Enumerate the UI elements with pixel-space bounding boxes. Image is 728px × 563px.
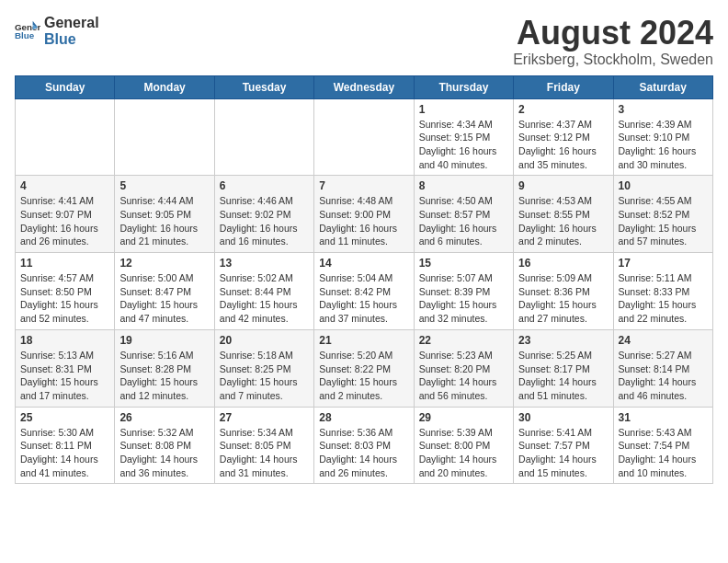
page-header: General Blue General Blue August 2024 Er…	[15, 15, 713, 68]
day-number: 30	[518, 411, 608, 424]
logo-blue-text: Blue	[44, 31, 99, 48]
day-info: Sunrise: 5:11 AM Sunset: 8:33 PM Dayligh…	[619, 271, 708, 326]
day-number: 19	[119, 334, 209, 347]
logo: General Blue General Blue	[15, 15, 99, 47]
calendar-cell: 8Sunrise: 4:50 AM Sunset: 8:57 PM Daylig…	[414, 176, 513, 253]
calendar-cell	[115, 98, 214, 176]
day-number: 31	[619, 411, 708, 424]
day-number: 11	[20, 257, 109, 270]
calendar-cell: 15Sunrise: 5:07 AM Sunset: 8:39 PM Dayli…	[414, 253, 513, 330]
day-number: 3	[619, 103, 708, 116]
calendar-cell: 29Sunrise: 5:39 AM Sunset: 8:00 PM Dayli…	[414, 407, 513, 484]
month-title: August 2024	[513, 15, 713, 52]
day-number: 15	[419, 257, 508, 270]
day-number: 20	[220, 334, 309, 347]
day-info: Sunrise: 5:20 AM Sunset: 8:22 PM Dayligh…	[319, 349, 408, 403]
calendar-cell: 16Sunrise: 5:09 AM Sunset: 8:36 PM Dayli…	[514, 253, 613, 330]
calendar-table: Sunday Monday Tuesday Wednesday Thursday…	[15, 75, 713, 485]
day-number: 2	[518, 103, 608, 116]
day-info: Sunrise: 4:39 AM Sunset: 9:10 PM Dayligh…	[619, 118, 708, 172]
day-number: 1	[419, 103, 508, 116]
day-number: 22	[419, 334, 508, 347]
day-info: Sunrise: 5:09 AM Sunset: 8:36 PM Dayligh…	[518, 271, 608, 326]
col-monday: Monday	[115, 75, 214, 98]
day-info: Sunrise: 5:36 AM Sunset: 8:03 PM Dayligh…	[319, 426, 408, 480]
week-row-4: 18Sunrise: 5:13 AM Sunset: 8:31 PM Dayli…	[16, 329, 713, 407]
day-number: 24	[619, 334, 708, 347]
day-info: Sunrise: 4:48 AM Sunset: 9:00 PM Dayligh…	[319, 194, 408, 248]
day-number: 25	[20, 411, 109, 424]
day-info: Sunrise: 4:46 AM Sunset: 9:02 PM Dayligh…	[220, 194, 309, 248]
day-info: Sunrise: 4:41 AM Sunset: 9:07 PM Dayligh…	[20, 194, 109, 248]
calendar-cell	[16, 98, 115, 176]
day-info: Sunrise: 5:43 AM Sunset: 7:54 PM Dayligh…	[619, 426, 708, 480]
day-number: 13	[220, 257, 309, 270]
calendar-cell: 4Sunrise: 4:41 AM Sunset: 9:07 PM Daylig…	[16, 176, 115, 253]
calendar-cell: 23Sunrise: 5:25 AM Sunset: 8:17 PM Dayli…	[514, 329, 613, 407]
col-sunday: Sunday	[16, 75, 115, 98]
day-number: 18	[20, 334, 109, 347]
week-row-3: 11Sunrise: 4:57 AM Sunset: 8:50 PM Dayli…	[16, 253, 713, 330]
day-number: 5	[119, 179, 209, 192]
calendar-cell: 14Sunrise: 5:04 AM Sunset: 8:42 PM Dayli…	[314, 253, 414, 330]
day-number: 9	[518, 179, 608, 192]
col-wednesday: Wednesday	[314, 75, 414, 98]
day-info: Sunrise: 5:16 AM Sunset: 8:28 PM Dayligh…	[119, 349, 209, 403]
calendar-cell: 11Sunrise: 4:57 AM Sunset: 8:50 PM Dayli…	[16, 253, 115, 330]
logo-general-text: General	[44, 15, 99, 31]
calendar-header: Sunday Monday Tuesday Wednesday Thursday…	[16, 75, 713, 98]
day-number: 27	[220, 411, 309, 424]
week-row-1: 1Sunrise: 4:34 AM Sunset: 9:15 PM Daylig…	[16, 98, 713, 176]
day-number: 7	[319, 179, 408, 192]
calendar-cell: 12Sunrise: 5:00 AM Sunset: 8:47 PM Dayli…	[115, 253, 214, 330]
day-info: Sunrise: 5:41 AM Sunset: 7:57 PM Dayligh…	[518, 426, 608, 480]
day-info: Sunrise: 4:50 AM Sunset: 8:57 PM Dayligh…	[419, 194, 508, 248]
day-number: 23	[518, 334, 608, 347]
calendar-cell: 6Sunrise: 4:46 AM Sunset: 9:02 PM Daylig…	[214, 176, 313, 253]
calendar-cell: 20Sunrise: 5:18 AM Sunset: 8:25 PM Dayli…	[214, 329, 313, 407]
day-info: Sunrise: 4:37 AM Sunset: 9:12 PM Dayligh…	[518, 118, 608, 172]
week-row-5: 25Sunrise: 5:30 AM Sunset: 8:11 PM Dayli…	[16, 407, 713, 484]
header-row: Sunday Monday Tuesday Wednesday Thursday…	[16, 75, 713, 98]
day-info: Sunrise: 4:57 AM Sunset: 8:50 PM Dayligh…	[20, 271, 109, 326]
calendar-cell: 5Sunrise: 4:44 AM Sunset: 9:05 PM Daylig…	[115, 176, 214, 253]
calendar-cell: 2Sunrise: 4:37 AM Sunset: 9:12 PM Daylig…	[514, 98, 613, 176]
day-info: Sunrise: 4:44 AM Sunset: 9:05 PM Dayligh…	[119, 194, 209, 248]
calendar-cell: 31Sunrise: 5:43 AM Sunset: 7:54 PM Dayli…	[613, 407, 712, 484]
calendar-cell: 19Sunrise: 5:16 AM Sunset: 8:28 PM Dayli…	[115, 329, 214, 407]
day-number: 10	[619, 179, 708, 192]
day-number: 17	[619, 257, 708, 270]
day-number: 12	[119, 257, 209, 270]
calendar-cell: 25Sunrise: 5:30 AM Sunset: 8:11 PM Dayli…	[16, 407, 115, 484]
day-number: 29	[419, 411, 508, 424]
day-number: 21	[319, 334, 408, 347]
calendar-cell: 17Sunrise: 5:11 AM Sunset: 8:33 PM Dayli…	[613, 253, 712, 330]
day-info: Sunrise: 4:55 AM Sunset: 8:52 PM Dayligh…	[619, 194, 708, 248]
calendar-cell: 24Sunrise: 5:27 AM Sunset: 8:14 PM Dayli…	[613, 329, 712, 407]
calendar-cell	[314, 98, 414, 176]
calendar-cell: 26Sunrise: 5:32 AM Sunset: 8:08 PM Dayli…	[115, 407, 214, 484]
calendar-cell: 21Sunrise: 5:20 AM Sunset: 8:22 PM Dayli…	[314, 329, 414, 407]
day-number: 14	[319, 257, 408, 270]
day-info: Sunrise: 4:53 AM Sunset: 8:55 PM Dayligh…	[518, 194, 608, 248]
calendar-cell: 13Sunrise: 5:02 AM Sunset: 8:44 PM Dayli…	[214, 253, 313, 330]
calendar-cell: 7Sunrise: 4:48 AM Sunset: 9:00 PM Daylig…	[314, 176, 414, 253]
day-number: 4	[20, 179, 109, 192]
day-info: Sunrise: 5:02 AM Sunset: 8:44 PM Dayligh…	[220, 271, 309, 326]
day-number: 28	[319, 411, 408, 424]
week-row-2: 4Sunrise: 4:41 AM Sunset: 9:07 PM Daylig…	[16, 176, 713, 253]
day-number: 26	[119, 411, 209, 424]
calendar-cell: 3Sunrise: 4:39 AM Sunset: 9:10 PM Daylig…	[613, 98, 712, 176]
day-number: 8	[419, 179, 508, 192]
calendar-cell: 10Sunrise: 4:55 AM Sunset: 8:52 PM Dayli…	[613, 176, 712, 253]
day-info: Sunrise: 5:32 AM Sunset: 8:08 PM Dayligh…	[119, 426, 209, 480]
logo-icon: General Blue	[15, 18, 40, 44]
day-info: Sunrise: 5:25 AM Sunset: 8:17 PM Dayligh…	[518, 349, 608, 403]
day-number: 16	[518, 257, 608, 270]
calendar-cell: 1Sunrise: 4:34 AM Sunset: 9:15 PM Daylig…	[414, 98, 513, 176]
day-info: Sunrise: 5:13 AM Sunset: 8:31 PM Dayligh…	[20, 349, 109, 403]
calendar-cell	[214, 98, 313, 176]
col-friday: Friday	[514, 75, 613, 98]
day-info: Sunrise: 5:00 AM Sunset: 8:47 PM Dayligh…	[119, 271, 209, 326]
day-info: Sunrise: 5:23 AM Sunset: 8:20 PM Dayligh…	[419, 349, 508, 403]
